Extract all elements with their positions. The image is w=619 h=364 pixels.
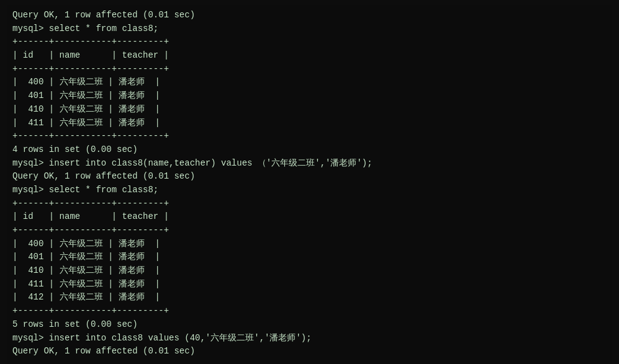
terminal-line-line27: 5 rows in set (0.00 sec) <box>12 318 607 332</box>
terminal-window: Query OK, 1 row affected (0.01 sec)mysql… <box>7 5 612 364</box>
terminal-line-line8: | 401 | 六年级二班 | 潘老师 | <box>12 89 607 103</box>
terminal-content: Query OK, 1 row affected (0.01 sec)mysql… <box>12 9 607 358</box>
terminal-line-line9: | 410 | 六年级二班 | 潘老师 | <box>12 103 607 117</box>
terminal-line-line22: | 401 | 六年级二班 | 潘老师 | <box>12 251 607 264</box>
terminal-line-line7: | 400 | 六年级二班 | 潘老师 | <box>12 76 607 89</box>
terminal-line-line5: | id | name | teacher | <box>12 49 607 63</box>
terminal-line-line21: | 400 | 六年级二班 | 潘老师 | <box>12 237 607 251</box>
terminal-line-line24: | 411 | 六年级二班 | 潘老师 | <box>12 278 607 291</box>
terminal-line-line6: +------+-----------+---------+ <box>12 63 607 76</box>
terminal-line-line23: | 410 | 六年级二班 | 潘老师 | <box>12 264 607 278</box>
terminal-line-line26: +------+-----------+---------+ <box>12 304 607 318</box>
terminal-line-line3: mysql> select * from class8; <box>12 22 607 36</box>
terminal-line-line29: mysql> insert into class8 values (40,'六年… <box>12 332 607 345</box>
terminal-line-line12: 4 rows in set (0.00 sec) <box>12 143 607 157</box>
terminal-line-line17: mysql> select * from class8; <box>12 184 607 197</box>
terminal-line-line25: | 412 | 六年级二班 | 潘老师 | <box>12 291 607 304</box>
terminal-line-line19: | id | name | teacher | <box>12 210 607 224</box>
terminal-line-line30: Query OK, 1 row affected (0.01 sec) <box>12 345 607 358</box>
terminal-line-line1: Query OK, 1 row affected (0.01 sec) <box>12 9 607 22</box>
terminal-line-line18: +------+-----------+---------+ <box>12 197 607 211</box>
terminal-line-line20: +------+-----------+---------+ <box>12 224 607 237</box>
terminal-line-line14: mysql> insert into class8(name,teacher) … <box>12 157 607 171</box>
terminal-line-line10: | 411 | 六年级二班 | 潘老师 | <box>12 117 607 130</box>
terminal-line-line15: Query OK, 1 row affected (0.01 sec) <box>12 170 607 184</box>
terminal-line-line4: +------+-----------+---------+ <box>12 35 607 49</box>
terminal-line-line11: +------+-----------+---------+ <box>12 130 607 143</box>
